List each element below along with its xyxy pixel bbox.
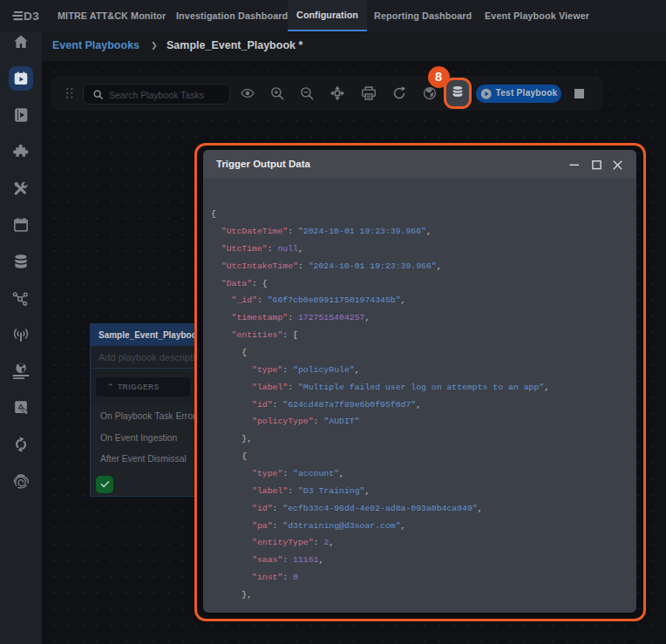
svg-text:D3: D3 xyxy=(24,10,39,21)
